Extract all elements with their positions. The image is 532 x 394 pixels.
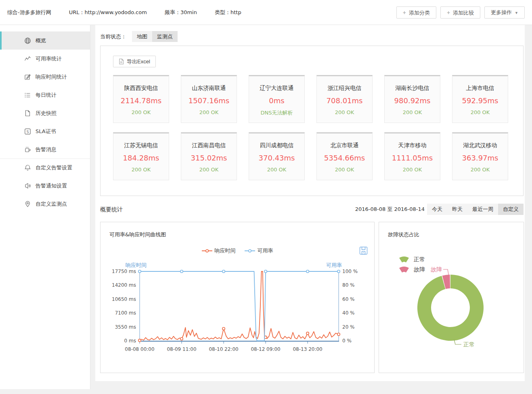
- range-button[interactable]: 最近一周: [467, 204, 498, 215]
- response-time-value: 980.92ms: [385, 96, 440, 105]
- series-line-可用率: [140, 271, 339, 341]
- sidebar-item[interactable]: 可用率统计: [0, 50, 90, 68]
- monitor-location: 浙江绍兴电信: [317, 85, 372, 92]
- x-axis-tick-label: 08-10 22:00: [209, 346, 238, 352]
- monitor-card: 北京市联通5354.66ms200 OK: [316, 132, 373, 180]
- sidebar-item[interactable]: 概览: [0, 31, 90, 50]
- monitor-type: 类型：http: [215, 9, 241, 16]
- series-marker: [222, 270, 225, 273]
- y-axis-tick-label: 20 %: [342, 324, 355, 330]
- site-name: 综合-游多多旅行网: [7, 9, 51, 16]
- donut-legend-item[interactable]: 故障: [398, 265, 425, 274]
- status-code: 200 OK: [249, 167, 304, 173]
- status-code: 200 OK: [113, 167, 169, 173]
- series-marker: [138, 270, 141, 273]
- legend-item[interactable]: 响应时间: [202, 247, 236, 254]
- series-marker: [337, 270, 340, 273]
- fault-ratio-panel: 故障状态占比 故障正常 正常故障: [379, 222, 524, 373]
- response-time-value: 370.43ms: [249, 154, 304, 162]
- plus-icon: +: [447, 9, 450, 16]
- fan-icon: [398, 266, 410, 273]
- status-code: 200 OK: [317, 109, 372, 115]
- save-chart-icon[interactable]: [359, 246, 368, 255]
- x-axis-tick-label: 08-12 09:00: [251, 346, 280, 352]
- sidebar-item-label: 历史快照: [36, 110, 57, 117]
- status-code: 200 OK: [113, 109, 169, 115]
- y-axis-tick-label: 80 %: [342, 282, 355, 288]
- legend-label: 可用率: [258, 247, 273, 254]
- sidebar-item[interactable]: 自定义告警设置: [0, 158, 90, 177]
- status-code: 200 OK: [385, 109, 440, 115]
- sidebar-item[interactable]: 每日统计: [0, 86, 90, 104]
- check-frequency: 频率：30min: [165, 9, 197, 16]
- monitor-card: 上海市电信592.95ms200 OK: [452, 75, 508, 123]
- response-time-value: 184.28ms: [113, 154, 169, 162]
- sidebar-item[interactable]: 响应时间统计: [0, 68, 90, 86]
- status-code: 200 OK: [317, 167, 372, 173]
- status-code: 200 OK: [385, 167, 440, 173]
- legend-label: 响应时间: [215, 247, 236, 254]
- fault-slice-label: 故障: [431, 266, 442, 273]
- add-compare-button[interactable]: +添加比较: [440, 6, 480, 19]
- range-button[interactable]: 昨天: [447, 204, 467, 215]
- sidebar-item[interactable]: 自定义监测点: [0, 195, 90, 213]
- sidebar-item-label: 自定义告警设置: [36, 164, 72, 171]
- date-range-buttons: 今天昨天最近一周自定义: [427, 204, 524, 215]
- donut-legend-item[interactable]: 正常: [398, 255, 425, 264]
- sidebar-item-label: 告警通知设置: [36, 182, 67, 190]
- status-code: DNS无法解析: [249, 109, 304, 117]
- response-time-value: 0ms: [249, 96, 304, 105]
- sidebar-item[interactable]: SSLA证书: [0, 122, 90, 140]
- monitor-location: 江苏无锡电信: [113, 142, 169, 149]
- series-marker: [306, 270, 309, 273]
- sidebar-item[interactable]: 告警消息: [0, 140, 90, 158]
- sidebar-item-label: 概览: [36, 37, 46, 44]
- monitor-card: 江西南昌电信315.02ms200 OK: [181, 132, 237, 180]
- sidebar-item[interactable]: 告警通知设置: [0, 177, 90, 195]
- more-actions-button[interactable]: 更多操作▼: [484, 6, 525, 19]
- y-axis-tick-label: 60 %: [342, 296, 355, 302]
- sidebar-item[interactable]: 历史快照: [0, 104, 90, 122]
- status-tab[interactable]: 监测点: [152, 31, 178, 42]
- normal-slice-label: 正常: [463, 341, 475, 348]
- monitor-card: 天津市移动1111.05ms200 OK: [384, 132, 440, 180]
- range-button[interactable]: 自定义: [498, 204, 524, 215]
- monitor-location: 山东济南联通: [181, 85, 237, 92]
- monitor-location: 陕西西安电信: [113, 85, 169, 92]
- globe-icon: [24, 37, 31, 44]
- export-excel-button[interactable]: 导出Excel: [113, 56, 156, 67]
- donut-chart: 故障正常: [379, 222, 524, 373]
- monitor-card: 江苏无锡电信184.28ms200 OK: [113, 132, 169, 180]
- status-tab[interactable]: 地图: [132, 31, 152, 42]
- donut-legend-label: 故障: [414, 266, 425, 273]
- add-category-button[interactable]: +添加分类: [396, 6, 436, 19]
- trend-icon: [24, 55, 31, 62]
- donut-legend: 正常故障: [398, 255, 425, 275]
- site-url: URL：http://www.yododo.com: [69, 9, 147, 16]
- monitor-location: 辽宁大连联通: [249, 85, 304, 92]
- pin-icon: [24, 200, 31, 207]
- line-chart-legend: 响应时间可用率: [101, 247, 374, 254]
- series-line-响应时间: [140, 271, 339, 340]
- range-button[interactable]: 今天: [427, 204, 447, 215]
- response-time-value: 1111.05ms: [385, 154, 440, 162]
- edit-icon: [24, 73, 31, 80]
- y-axis-tick-label: 0 %: [342, 338, 352, 344]
- document-icon: [24, 110, 31, 117]
- main-content: 当前状态： 地图监测点 导出Excel 陕西西安电信2114.78ms200 O…: [95, 25, 525, 381]
- sidebar-item-label: 自定义监测点: [36, 200, 67, 208]
- x-axis-tick-label: 08-08 00:00: [125, 346, 154, 352]
- legend-item[interactable]: 可用率: [245, 247, 273, 254]
- series-marker: [180, 270, 183, 273]
- sidebar-item-label: 响应时间统计: [36, 73, 67, 81]
- list-icon: [24, 92, 31, 98]
- sidebar-item-label: 每日统计: [36, 92, 57, 99]
- sidebar-item-label: 可用率统计: [36, 55, 62, 63]
- monitor-card: 四川成都电信370.43ms200 OK: [249, 132, 305, 180]
- fan-icon: [398, 256, 410, 263]
- monitor-location: 北京市联通: [317, 142, 372, 149]
- monitor-card: 湖北武汉移动363.97ms200 OK: [452, 132, 508, 180]
- bell-icon: [24, 165, 31, 171]
- line-chart-title: 可用率&响应时间曲线图: [109, 231, 166, 238]
- summary-section-title: 概要统计: [100, 204, 123, 215]
